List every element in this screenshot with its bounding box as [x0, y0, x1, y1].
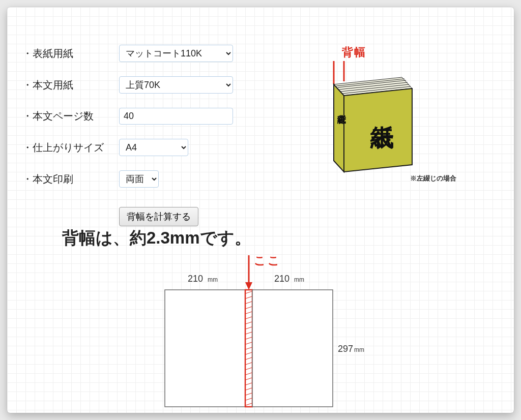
book-3d-illustration: 背幅 [327, 46, 464, 188]
book-3d-svg: 表紙 背表紙 [327, 46, 464, 188]
label-cover-paper: ・表紙用紙 [22, 47, 119, 61]
label-finished-size: ・仕上がりサイズ [22, 141, 119, 155]
spine-pointer-arrowhead [245, 282, 252, 290]
back-cover-width-value: 210 mm [188, 274, 218, 284]
back-cover-rect [165, 290, 245, 407]
front-cover-width-value: 210 mm [274, 274, 304, 284]
label-body-paper: ・本文用紙 [22, 78, 119, 92]
select-body-paper[interactable]: 上質70K [119, 76, 233, 94]
spine-width-title: 背幅 [342, 45, 366, 60]
select-duplex[interactable]: 両面 [119, 170, 159, 188]
spine-calc-form: ・表紙用紙 マットコート110K ・本文用紙 上質70K ・本文ページ数 ・仕上… [22, 45, 297, 226]
front-cover-rect [252, 290, 333, 407]
row-duplex: ・本文印刷 両面 [22, 170, 297, 188]
row-cover-paper: ・表紙用紙 マットコート110K [22, 45, 297, 62]
select-cover-paper[interactable]: マットコート110K [119, 45, 233, 62]
result-spine-width: 背幅は、約2.3mmです。 [62, 227, 251, 250]
main-panel: ・表紙用紙 マットコート110K ・本文用紙 上質70K ・本文ページ数 ・仕上… [7, 7, 514, 413]
svg-marker-10 [344, 88, 412, 172]
svg-marker-9 [334, 84, 344, 172]
label-duplex: ・本文印刷 [22, 172, 119, 186]
row-finished-size: ・仕上がりサイズ A4 [22, 139, 297, 156]
cover-height-value: 297mm [338, 344, 364, 354]
row-pages: ・本文ページ数 [22, 108, 297, 125]
calculate-spine-button[interactable]: 背幅を計算する [119, 207, 198, 226]
spine-pointer-label: ここ [254, 254, 281, 267]
select-finished-size[interactable]: A4 [119, 139, 188, 156]
cover-spread-illustration: ここ 210 mm 210 mm [160, 254, 373, 413]
row-body-paper: ・本文用紙 上質70K [22, 76, 297, 94]
label-pages: ・本文ページ数 [22, 109, 119, 123]
input-page-count[interactable] [119, 108, 233, 125]
cover-spread-svg: ここ 210 mm 210 mm [160, 254, 373, 413]
binding-caption: ※左綴じの場合 [410, 174, 456, 183]
